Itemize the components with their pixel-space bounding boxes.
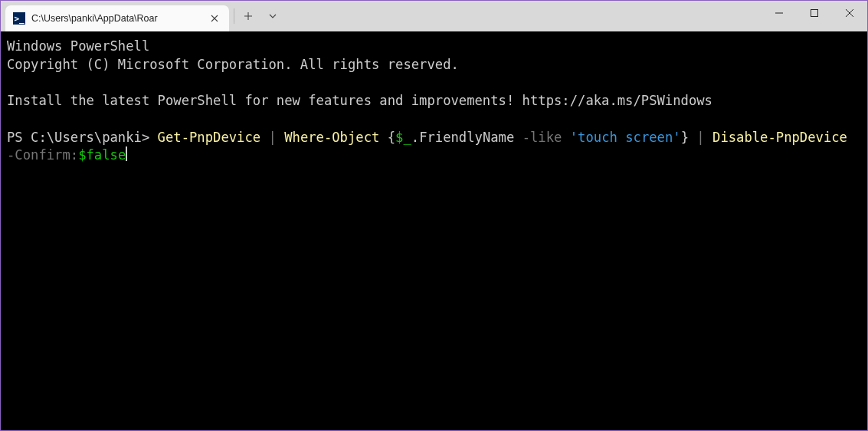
- cmd-token-var2: $false: [78, 147, 126, 163]
- cmd-token-pipe2: |: [696, 130, 712, 145]
- tab-divider: [234, 8, 234, 24]
- cmd-token-member: .FriendlyName: [411, 130, 522, 145]
- text-cursor: [126, 146, 127, 161]
- ps-header-line2: Copyright (C) Microsoft Corporation. All…: [7, 57, 459, 72]
- cmd-token-braceopen: {: [388, 130, 395, 145]
- cmd-token-param: -Confirm:: [7, 147, 78, 163]
- cmd-token-op: -like: [522, 130, 570, 145]
- ps-install-msg: Install the latest PowerShell for new fe…: [7, 93, 712, 108]
- cmd-token-var1: $_: [395, 130, 411, 145]
- minimize-button[interactable]: [762, 1, 797, 25]
- close-window-button[interactable]: [832, 1, 867, 25]
- new-tab-button[interactable]: [236, 4, 260, 28]
- title-bar: >_ C:\Users\panki\AppData\Roar: [1, 1, 867, 31]
- cmd-token-braceclose: }: [681, 130, 697, 145]
- cmd-token-cmdlet1: Get-PnpDevice: [158, 130, 269, 145]
- ps-header-line1: Windows PowerShell: [7, 38, 149, 54]
- maximize-button[interactable]: [797, 1, 832, 25]
- tab-title: C:\Users\panki\AppData\Roar: [31, 13, 201, 24]
- tab-dropdown-button[interactable]: [260, 4, 285, 28]
- terminal-area[interactable]: Windows PowerShell Copyright (C) Microso…: [1, 31, 867, 431]
- ps-prompt: PS C:\Users\panki>: [7, 130, 158, 145]
- tab-active[interactable]: >_ C:\Users\panki\AppData\Roar: [5, 5, 229, 31]
- cmd-token-cmdlet2: Where-Object: [284, 130, 388, 145]
- cmd-token-pipe1: |: [268, 130, 284, 145]
- cmd-token-cmdlet3: Disable-PnpDevice: [712, 130, 855, 145]
- tab-strip: >_ C:\Users\panki\AppData\Roar: [1, 1, 285, 31]
- close-tab-button[interactable]: [208, 12, 221, 25]
- cmd-token-string: 'touch screen': [570, 130, 681, 145]
- svg-rect-0: [811, 10, 818, 17]
- powershell-icon: >_: [13, 12, 25, 25]
- window-controls: [762, 1, 867, 25]
